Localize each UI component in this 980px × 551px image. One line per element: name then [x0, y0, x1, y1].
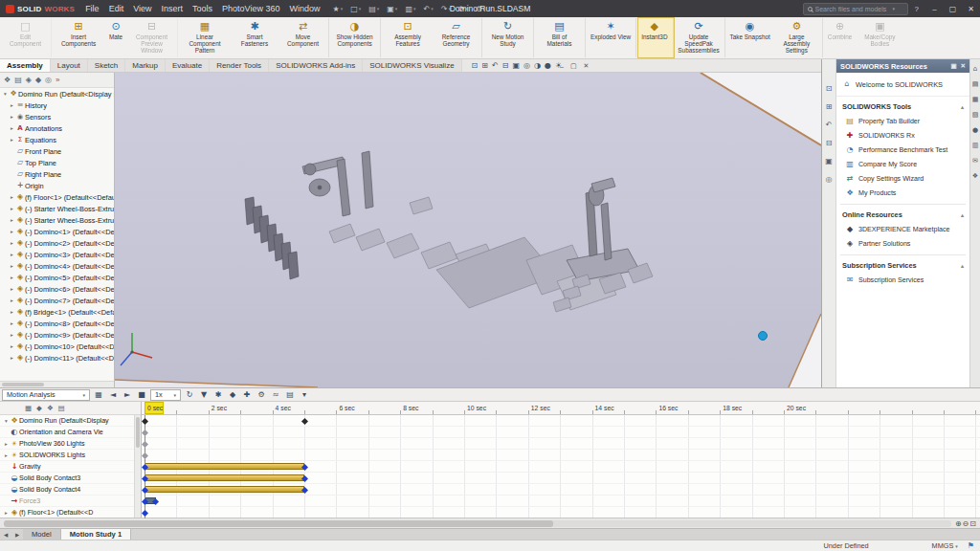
view-palette-tab[interactable]: ▧ — [972, 111, 979, 119]
compare-my-score-link[interactable]: Compare My Score — [836, 157, 969, 171]
add-key-icon[interactable]: ✚ — [240, 389, 254, 401]
edit-component-button[interactable]: □ Edit Component — [2, 18, 52, 57]
filter-results-icon[interactable]: ▤ — [58, 404, 65, 412]
tab-solidworks-add-ins[interactable]: SOLIDWORKS Add-ins — [269, 59, 363, 72]
timeline-zoom-fit-icon[interactable]: ⊡ — [969, 519, 976, 528]
insert-components-button[interactable]: ⊞ Insert Components — [54, 18, 103, 57]
expander-icon[interactable]: ▸ — [9, 355, 15, 361]
zoom-fit-icon[interactable]: ⊡ — [472, 61, 479, 70]
move-component-button[interactable]: ⇄ Move Component — [279, 18, 329, 57]
expander-icon[interactable]: ▸ — [9, 102, 15, 108]
tree-item-front-plane[interactable]: Front Plane — [0, 145, 114, 157]
motion-item-domino-run[interactable]: ▾ Domino Run (Default<Display — [0, 415, 134, 427]
take-snapshot-button[interactable]: ◉ Take Snapshot — [727, 18, 773, 57]
tree-item-domino-7[interactable]: ▸ (-) Domino<7> (Default<<Defa — [0, 295, 114, 306]
keyframe-diamond[interactable] — [142, 509, 148, 516]
tab-assembly[interactable]: Assembly — [0, 59, 51, 72]
keyframe-diamond[interactable] — [142, 417, 148, 424]
chevron-up-icon[interactable] — [961, 102, 964, 111]
motion-item-gravity[interactable]: Gravity — [0, 461, 134, 473]
motion-item-solid-body-contact4[interactable]: Solid Body Contact4 — [0, 484, 134, 496]
scroll-tabs-left-icon[interactable]: ◀ — [0, 529, 11, 540]
model-tab[interactable]: Model — [23, 529, 61, 540]
dimxpertmanager-tab[interactable]: ◆ — [35, 76, 41, 84]
chevron-up-icon[interactable] — [961, 210, 964, 219]
expander-icon[interactable]: ▸ — [9, 309, 15, 315]
calculate-icon[interactable]: ▦ — [92, 389, 105, 401]
expander-icon[interactable]: ▸ — [9, 263, 15, 269]
expander-icon[interactable]: ▸ — [9, 298, 15, 303]
tree-item-sensors[interactable]: ▸ Sensors — [0, 111, 114, 122]
duration-bar[interactable] — [145, 474, 304, 481]
motion-study-properties-icon[interactable]: ⚙ — [255, 389, 268, 401]
duration-bar[interactable] — [145, 463, 304, 470]
expander-icon[interactable]: ▸ — [9, 114, 15, 120]
timeline-zoom-in-icon[interactable]: ⊕ — [955, 519, 962, 528]
tree-item-right-plane[interactable]: Right Plane — [0, 168, 114, 180]
timeline-track[interactable] — [142, 484, 980, 496]
graphics-area[interactable] — [115, 73, 821, 387]
menu-item[interactable]: Tools — [188, 4, 217, 13]
partner-solutions-link[interactable]: Partner Solutions — [836, 236, 969, 251]
motion-item-solidworks-lights[interactable]: ▸ SOLIDWORKS Lights — [0, 450, 134, 461]
keyframe-diamond[interactable] — [142, 440, 148, 447]
hscroll-track[interactable] — [4, 520, 951, 527]
component-preview-window-button[interactable]: ⊟ Component Preview Window — [128, 18, 178, 57]
timeline-track[interactable] — [142, 473, 980, 484]
tab-render-tools[interactable]: Render Tools — [210, 59, 269, 72]
playback-speed-select[interactable]: 1x — [150, 389, 181, 401]
tree-item-domino-9[interactable]: ▸ (-) Domino<9> (Default<<Defa — [0, 329, 114, 341]
motion-study-1-tab[interactable]: Motion Study 1 — [61, 529, 131, 540]
open-document-icon[interactable]: ▤ — [365, 0, 383, 17]
custom-properties-tab[interactable]: ▥ — [972, 142, 979, 149]
tree-item-domino-2[interactable]: ▸ (-) Domino<2> (Default<<Defa — [0, 237, 114, 249]
forum-tab[interactable]: ✉ — [972, 157, 978, 165]
large-assembly-settings-button[interactable]: ⚙ Large Assembly Settings — [773, 18, 823, 57]
hide-show-items-icon[interactable]: ◑ — [534, 61, 541, 70]
motion-item-orientation[interactable]: Orientation and Camera Vie — [0, 427, 134, 438]
filter-selected-icon[interactable]: ❖ — [47, 404, 54, 412]
print-icon[interactable]: ▥ — [401, 0, 419, 17]
expander-icon[interactable]: ▸ — [9, 332, 15, 338]
pane-options-icon[interactable]: ▣ — [950, 62, 956, 70]
side-zoom-area-icon[interactable]: ⊞ — [826, 102, 833, 111]
display-style-icon[interactable]: ◎ — [523, 61, 530, 70]
play-icon[interactable]: ► — [121, 389, 134, 401]
expander-icon[interactable]: ▸ — [9, 343, 15, 349]
tree-item-equations[interactable]: ▸ Equations — [0, 134, 114, 145]
expander-icon[interactable]: ▸ — [3, 452, 10, 458]
my-products-link[interactable]: My Products — [836, 186, 969, 200]
propertymanager-tab[interactable]: ▤ — [14, 76, 22, 84]
motion-tree-vscrollbar[interactable] — [134, 415, 141, 518]
mate-button[interactable]: ⊙ Mate — [103, 18, 128, 57]
feature-tree-hscrollbar[interactable] — [0, 381, 114, 387]
undo-icon[interactable]: ↶ — [419, 0, 436, 17]
linear-component-pattern-button[interactable]: ▦ Linear Component Pattern — [180, 18, 230, 57]
tree-item-starter-wheel-1[interactable]: ▸ (-) Starter Wheel-Boss-Extrude1 — [0, 203, 114, 214]
timeline-tracks[interactable] — [142, 415, 980, 518]
previous-view-icon[interactable]: ↶ — [492, 61, 499, 70]
timeline-track[interactable] — [142, 427, 980, 438]
menu-item[interactable]: File — [80, 4, 104, 13]
design-library-tab[interactable]: ▤ — [972, 80, 979, 88]
timeline-track[interactable] — [142, 415, 980, 427]
expander-icon[interactable]: ▸ — [9, 252, 15, 257]
timeline-track[interactable] — [142, 461, 980, 473]
keyframe-diamond[interactable] — [142, 429, 148, 435]
simulation-setup-icon[interactable]: ≈ — [269, 389, 282, 401]
update-speedpak-button[interactable]: ⟳ Update SpeedPak Subassemblies — [676, 18, 725, 57]
side-section-view-icon[interactable]: ⊟ — [826, 139, 833, 147]
tree-item-origin[interactable]: Origin — [0, 180, 114, 191]
tree-item-domino-6[interactable]: ▸ (-) Domino<6> (Default<<Defa — [0, 283, 114, 295]
timeline-ruler[interactable]: 0 sec2 sec4 sec6 sec8 sec10 sec12 sec14 … — [142, 402, 980, 415]
tree-item-annotations[interactable]: ▸ Annotations — [0, 122, 114, 134]
section-subscription-services[interactable]: Subscription Services — [836, 255, 969, 273]
make-copy-bodies-button[interactable]: ▣ Make/Copy Bodies — [855, 18, 904, 57]
filter-animated-icon[interactable]: ▦ — [25, 404, 32, 412]
expander-icon[interactable]: ▸ — [9, 125, 15, 131]
minimize-button[interactable]: – — [925, 0, 944, 17]
appearances-icon[interactable]: ● — [545, 61, 551, 70]
new-motion-study-button[interactable]: ↻ New Motion Study — [484, 18, 534, 57]
save-animation-icon[interactable]: ▼ — [197, 389, 211, 401]
exploded-view-button[interactable]: ✶ Exploded View — [588, 18, 636, 57]
